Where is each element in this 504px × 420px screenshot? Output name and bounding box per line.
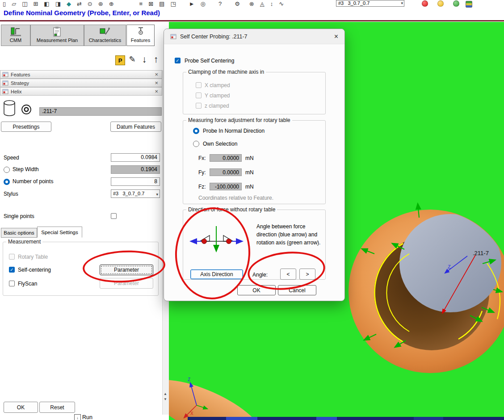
scroll-down-icon[interactable]: ▼ bbox=[164, 397, 167, 401]
cascade-windows-icon[interactable]: ◨ bbox=[55, 0, 61, 7]
flyscan-parameter-button[interactable]: Parameter bbox=[100, 278, 153, 289]
tab-basic-options[interactable]: Basic options bbox=[1, 228, 37, 238]
single-points-checkbox[interactable] bbox=[111, 213, 117, 219]
probe-self-centering-checkbox[interactable]: ✓ bbox=[175, 58, 181, 63]
stylus-selector-dropdown[interactable]: #3 3_0.7_0.7 ▾ bbox=[336, 0, 404, 7]
speed-label: Speed bbox=[4, 155, 19, 161]
speed-field[interactable]: 0.0984 bbox=[111, 153, 160, 162]
self-centering-parameter-button[interactable]: Parameter bbox=[100, 265, 153, 275]
presettings-p-button[interactable]: P bbox=[115, 55, 125, 65]
fz-field: -100.0000 bbox=[210, 183, 242, 190]
tab-label: Special Settings bbox=[41, 230, 78, 235]
dialog-cancel-button[interactable]: Cancel bbox=[278, 285, 316, 295]
move-down-icon[interactable]: ↓ bbox=[139, 54, 150, 65]
dialog-ok-button[interactable]: OK bbox=[237, 285, 276, 295]
axis-direction-button[interactable]: Axis Direction bbox=[190, 269, 243, 279]
panel-title: Features bbox=[11, 72, 30, 77]
dialog-titlebar[interactable]: Self Center Probing: .211-7 × bbox=[164, 29, 344, 44]
run-icon[interactable]: ↓ bbox=[74, 414, 81, 420]
probe-self-centering-label: Probe Self Centering bbox=[185, 58, 234, 64]
zoom-icon[interactable]: ⊙ bbox=[88, 0, 92, 7]
help-icon[interactable]: ? bbox=[218, 0, 222, 7]
fy-field: 0.0000 bbox=[210, 168, 242, 176]
print-icon[interactable]: ≡ bbox=[139, 0, 143, 7]
probe-vertical-icon[interactable]: ↕ bbox=[270, 0, 273, 7]
feature-name-field[interactable]: .211-7 bbox=[39, 107, 162, 116]
run-label[interactable]: Run bbox=[82, 414, 92, 420]
add-probe-icon[interactable]: ⊕ bbox=[109, 0, 114, 7]
new-document-icon[interactable]: ▯ bbox=[3, 0, 6, 7]
step-width-label: Step Width bbox=[13, 166, 39, 172]
close-icon[interactable]: × bbox=[155, 71, 158, 78]
flyscan-label: FlyScan bbox=[18, 281, 37, 287]
characteristics-icon bbox=[99, 26, 111, 37]
own-selection-radio[interactable] bbox=[193, 141, 199, 147]
step-width-radio[interactable] bbox=[4, 167, 10, 173]
copy-document-icon[interactable]: ◳ bbox=[170, 0, 176, 7]
tab-features[interactable]: Features bbox=[126, 25, 155, 46]
angle-decrease-button[interactable]: < bbox=[280, 269, 296, 280]
stylus-dropdown[interactable]: #3 3_0.7_0.7 ▾ bbox=[111, 189, 160, 198]
status-light-yellow bbox=[437, 0, 444, 7]
axis-z-label: Z bbox=[188, 377, 190, 382]
panel-helix[interactable]: Helix × bbox=[0, 87, 162, 96]
tile-windows-icon[interactable]: ◧ bbox=[44, 0, 49, 7]
measure-grid-icon[interactable]: ⊞ bbox=[33, 0, 38, 7]
probe-icon[interactable]: ◆ bbox=[67, 0, 71, 7]
probe-normal-direction-radio[interactable] bbox=[193, 128, 199, 134]
check-icon: ✓ bbox=[10, 267, 13, 272]
move-up-icon[interactable]: ↑ bbox=[151, 54, 161, 65]
close-icon[interactable]: × bbox=[155, 88, 158, 95]
y-clamped-checkbox[interactable] bbox=[196, 92, 202, 98]
scroll-up-icon[interactable]: ▲ bbox=[164, 392, 167, 396]
find-document-icon[interactable]: ◎ bbox=[201, 0, 206, 7]
z-clamped-checkbox[interactable] bbox=[196, 103, 202, 109]
presettings-button[interactable]: Presettings bbox=[1, 122, 51, 132]
close-icon[interactable]: × bbox=[155, 80, 158, 86]
tab-cmm[interactable]: CMM bbox=[1, 25, 30, 46]
self-center-probing-dialog: Self Center Probing: .211-7 × ✓ Probe Se… bbox=[164, 29, 345, 301]
edit-pencil-icon[interactable]: ✎ bbox=[127, 54, 137, 65]
dialog-close-icon[interactable]: × bbox=[334, 33, 338, 41]
rotary-table-checkbox[interactable] bbox=[9, 254, 15, 260]
save-icon[interactable]: ◫ bbox=[22, 0, 27, 7]
clamping-group: X clamped Y clamped z clamped bbox=[183, 72, 326, 114]
status-light-red bbox=[422, 0, 428, 7]
reset-button[interactable]: Reset bbox=[39, 402, 75, 413]
chevron-down-icon: ▾ bbox=[156, 191, 158, 198]
fy-unit: mN bbox=[245, 169, 254, 176]
probe-change-icon[interactable]: ⊗ bbox=[249, 0, 254, 7]
open-file-icon[interactable]: ▱ bbox=[12, 0, 16, 7]
probe-settings-icon[interactable]: ⊛ bbox=[98, 0, 103, 7]
coordinates-note: Coordinates relative to Feature. bbox=[198, 195, 273, 201]
z-axis-label: Z bbox=[448, 264, 451, 269]
rotary-table-label: Rotary Table bbox=[18, 254, 48, 260]
panel-features[interactable]: Features × bbox=[0, 70, 162, 79]
stylus-label: Stylus bbox=[4, 191, 18, 197]
workspace-layout-icon[interactable] bbox=[466, 1, 472, 8]
angle-increase-button[interactable]: > bbox=[299, 269, 315, 280]
datum-features-button[interactable]: Datum Features bbox=[110, 122, 161, 132]
settings-gear-icon[interactable]: ⚙ bbox=[235, 0, 240, 7]
x-clamped-checkbox[interactable] bbox=[196, 82, 202, 88]
signal-icon[interactable]: ∿ bbox=[279, 0, 284, 7]
probe-angle-icon[interactable]: ◬ bbox=[260, 0, 265, 7]
measurement-group-title: Measurement bbox=[6, 239, 42, 245]
swap-icon[interactable]: ⇄ bbox=[77, 0, 82, 7]
panel-strategy[interactable]: Strategy × bbox=[0, 79, 162, 87]
angle-description: Angle between force direction (blue arro… bbox=[256, 223, 323, 247]
delete-icon[interactable]: ⊠ bbox=[148, 0, 153, 7]
tab-characteristics[interactable]: Characteristics bbox=[84, 25, 126, 46]
fx-unit: mN bbox=[245, 155, 254, 161]
tab-measurement-plan[interactable]: Measurement Plan bbox=[30, 25, 84, 46]
flyscan-checkbox[interactable] bbox=[9, 281, 15, 286]
self-centering-checkbox[interactable]: ✓ bbox=[9, 267, 15, 273]
number-of-points-field[interactable]: 8 bbox=[111, 177, 160, 186]
document-icon[interactable]: ▤ bbox=[159, 0, 164, 7]
tab-special-settings[interactable]: Special Settings bbox=[37, 227, 82, 238]
gray-disc-face bbox=[399, 214, 501, 312]
dialog-title: Self Center Probing: .211-7 bbox=[180, 34, 248, 40]
number-of-points-radio[interactable] bbox=[4, 179, 10, 185]
ok-button[interactable]: OK bbox=[4, 402, 38, 413]
run-play-icon[interactable]: ► bbox=[189, 0, 195, 7]
